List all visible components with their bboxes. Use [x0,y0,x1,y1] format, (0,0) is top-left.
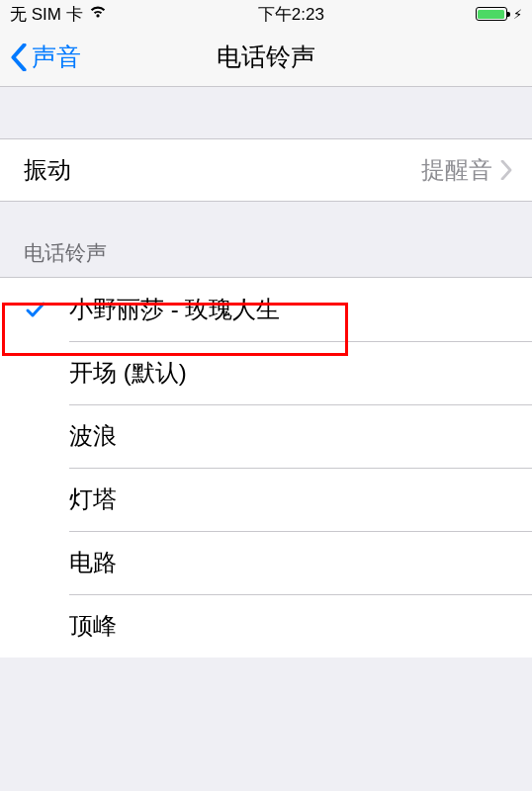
ringtone-row[interactable]: 灯塔 [0,468,532,531]
vibration-value: 提醒音 [421,154,492,186]
navigation-bar: 声音 电话铃声 [0,28,532,87]
ringtone-row[interactable]: 开场 (默认) [0,341,532,404]
spacer [0,87,532,138]
ringtone-label: 灯塔 [69,483,117,515]
charging-icon: ⚡︎ [513,7,522,22]
ringtone-label: 小野丽莎 - 玫瑰人生 [69,294,280,325]
checkmark-icon [24,298,47,321]
battery-icon [476,7,507,21]
ringtone-row[interactable]: 电路 [0,531,532,594]
ringtone-label: 波浪 [69,420,117,452]
ringtone-label: 电路 [69,547,117,578]
chevron-right-icon [500,160,512,180]
vibration-cell[interactable]: 振动 提醒音 [0,138,532,202]
ringtone-label: 顶峰 [69,610,117,642]
ringtone-row[interactable]: 波浪 [0,404,532,468]
wifi-icon [89,4,107,24]
back-label: 声音 [32,41,81,73]
ringtone-row[interactable]: 小野丽莎 - 玫瑰人生 [0,278,532,341]
vibration-label: 振动 [24,154,71,186]
status-time: 下午2:23 [258,3,324,26]
status-bar: 无 SIM 卡 下午2:23 ⚡︎ [0,0,532,28]
section-header: 电话铃声 [0,202,532,277]
back-button[interactable]: 声音 [10,41,81,73]
status-right: ⚡︎ [476,7,522,22]
ringtone-row[interactable]: 顶峰 [0,594,532,658]
ringtone-list: 小野丽莎 - 玫瑰人生 开场 (默认) 波浪 灯塔 电路 顶峰 [0,277,532,658]
status-left: 无 SIM 卡 [10,3,107,26]
carrier-text: 无 SIM 卡 [10,3,83,26]
vibration-value-wrap: 提醒音 [421,154,512,186]
ringtone-label: 开场 (默认) [69,357,187,389]
back-chevron-icon [10,44,28,71]
